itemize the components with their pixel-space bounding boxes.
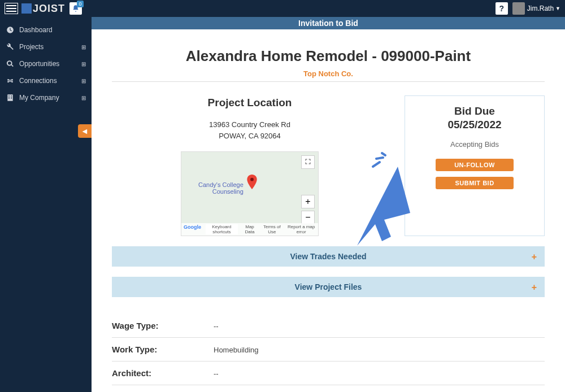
trades-accordion[interactable]: View Trades Needed + [112,246,545,267]
accordion-label: View Project Files [295,282,362,291]
accordion-label: View Trades Needed [290,252,366,261]
connections-icon [6,76,15,85]
search-icon [6,59,15,68]
project-details: Wage Type: -- Work Type: Homebuilding Ar… [112,314,545,385]
map-terms-link[interactable]: Terms of Use [262,224,282,234]
logo[interactable]: JOIST [21,3,65,15]
sidebar-item-label: My Company [19,94,59,102]
collapse-sidebar-button[interactable]: ◄ [78,124,92,138]
menu-toggle[interactable] [5,3,18,14]
user-name: Jim.Rath [527,5,554,12]
expand-icon: ⊞ [81,95,86,101]
sidebar: Dashboard Projects ⊞ Opportunities ⊞ Con… [0,17,92,392]
user-menu[interactable]: Jim.Rath ▼ [512,2,560,15]
detail-row: Work Type: Homebuilding [112,338,545,361]
svg-point-0 [250,178,254,181]
map-data-link[interactable]: Map Data [242,224,258,234]
sidebar-item-label: Dashboard [19,26,53,34]
sidebar-item-label: Connections [19,77,57,85]
sidebar-item-label: Projects [19,43,44,51]
bid-status: Accepting Bids [412,140,537,149]
logo-text: JOIST [33,3,65,15]
info-columns: Project Location 13963 Country Creek Rd … [112,95,545,236]
page-title-bar: Invitation to Bid [92,17,565,29]
location-address: 13963 Country Creek Rd POWAY, CA 92064 [112,119,388,141]
bid-due-date: 05/25/2022 [412,119,537,131]
map-poi-label: Candy's College Counseling [198,181,244,195]
submit-bid-button[interactable]: SUBMIT BID [436,177,514,189]
caret-down-icon: ▼ [555,6,560,11]
map-attribution: Google Keyboard shortcuts Map Data Terms… [181,223,318,236]
sidebar-item-mycompany[interactable]: My Company ⊞ [0,89,92,106]
sidebar-item-label: Opportunities [19,60,59,68]
expand-icon: ⊞ [81,61,86,67]
map-google-logo: Google [184,224,201,234]
map-pin-icon [247,175,257,191]
bid-due-label: Bid Due [412,105,537,117]
sidebar-item-projects[interactable]: Projects ⊞ [0,38,92,55]
main-content: Invitation to Bid Alexandra Home Remodel… [92,17,565,392]
sidebar-item-dashboard[interactable]: Dashboard [0,21,92,38]
map-report-link[interactable]: Report a map error [286,224,316,234]
map-zoom-controls: + − [301,193,315,224]
map-keyboard[interactable]: Keyboard shortcuts [206,224,238,234]
detail-value: -- [214,368,219,378]
expand-icon: ⊞ [81,78,86,84]
detail-label: Architect: [112,368,214,378]
plus-icon: + [532,282,537,293]
notifications-button[interactable]: 0 [69,2,82,15]
arrow-left-icon: ◄ [81,127,89,136]
unfollow-button[interactable]: UN-FOLLOW [436,159,514,171]
detail-row: Architect: -- [112,361,545,385]
detail-row: Wage Type: -- [112,314,545,338]
detail-value: Homebuilding [214,345,259,354]
sidebar-item-connections[interactable]: Connections ⊞ [0,72,92,89]
map-fullscreen-button[interactable] [301,155,315,169]
detail-label: Wage Type: [112,321,214,330]
logo-mark-icon [21,3,32,14]
detail-value: -- [214,321,219,330]
map-zoom-in-button[interactable]: + [301,195,315,208]
location-heading: Project Location [112,97,388,109]
sidebar-item-opportunities[interactable]: Opportunities ⊞ [0,55,92,72]
dashboard-icon [6,25,15,34]
plus-icon: + [532,252,537,262]
project-title: Alexandra Home Remodel - 099000-Paint [112,47,545,65]
location-map[interactable]: Candy's College Counseling + − Google [181,151,319,236]
company-name: Top Notch Co. [112,69,545,82]
fullscreen-icon [305,158,311,165]
avatar [512,2,525,15]
expand-icon: ⊞ [81,44,86,50]
top-bar: JOIST 0 ? Jim.Rath ▼ [0,0,565,17]
map-zoom-out-button[interactable]: − [301,211,315,224]
bid-panel: Bid Due 05/25/2022 Accepting Bids UN-FOL… [405,95,545,236]
wrench-icon [6,42,15,51]
address-line1: 13963 Country Creek Rd [112,119,388,130]
notification-badge: 0 [77,1,84,7]
address-line2: POWAY, CA 92064 [112,130,388,142]
help-button[interactable]: ? [496,2,508,15]
files-accordion[interactable]: View Project Files + [112,277,545,297]
building-icon [6,93,15,102]
detail-label: Work Type: [112,345,214,354]
location-panel: Project Location 13963 Country Creek Rd … [112,95,388,236]
